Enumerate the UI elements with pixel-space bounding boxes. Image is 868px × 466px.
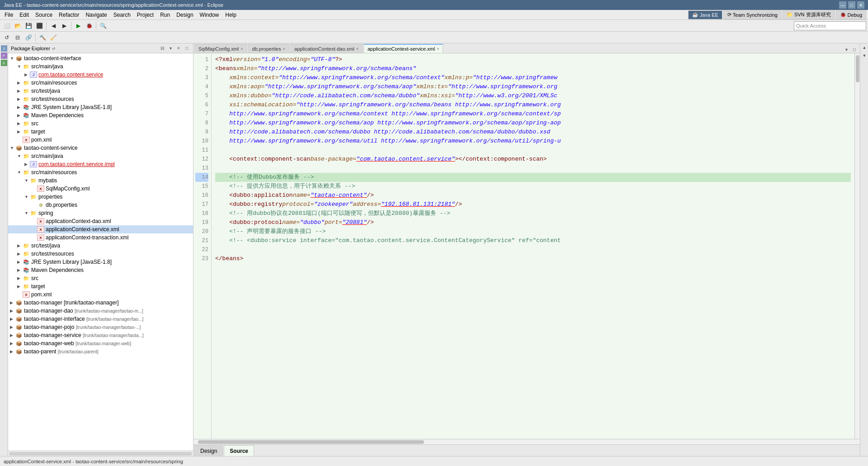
menu-project[interactable]: Project bbox=[134, 11, 156, 19]
tree-item-com-taotao-content-service-impl[interactable]: ▶ J com.taotao.content.service.impl bbox=[8, 160, 193, 168]
save-button[interactable]: 💾 bbox=[24, 21, 33, 31]
link-editor-button[interactable]: 🔗 bbox=[24, 33, 33, 43]
new-button[interactable]: ⬜ bbox=[2, 21, 12, 31]
menu-file[interactable]: File bbox=[2, 11, 16, 19]
menu-navigate[interactable]: Navigate bbox=[83, 11, 109, 19]
refresh-button[interactable]: ↺ bbox=[2, 33, 12, 43]
tab-sqlmapconfig[interactable]: SqlMapConfig.xml × bbox=[194, 44, 247, 53]
persp-icon-2[interactable]: P bbox=[1, 52, 7, 59]
tree-item-maven-2[interactable]: ▶ 📚 Maven Dependencies bbox=[8, 266, 193, 274]
maximize-button[interactable]: □ bbox=[848, 1, 855, 9]
tree-item-src-test-java-1[interactable]: ▶ 📁 src/test/java bbox=[8, 87, 193, 95]
tab-close-dao[interactable]: × bbox=[356, 47, 359, 51]
tree-item-taotao-content-service[interactable]: ▼ 📦 taotao-content-service bbox=[8, 144, 193, 152]
minimize-button[interactable]: — bbox=[839, 1, 846, 9]
tree-item-taotao-manager-pojo[interactable]: ▶ 📦 taotao-manager-pojo [trunk/taotao-ma… bbox=[8, 323, 193, 331]
menu-search[interactable]: Search bbox=[111, 11, 133, 19]
tree-item-appctx-dao[interactable]: ▶ X applicationContext-dao.xml bbox=[8, 217, 193, 225]
tree-item-pom-1[interactable]: ▶ X pom.xml bbox=[8, 136, 193, 144]
save-all-button[interactable]: ⬛ bbox=[34, 21, 44, 31]
pe-hscrollbar[interactable] bbox=[8, 451, 193, 456]
tree-item-src-main-java-2[interactable]: ▼ 📁 src/main/java bbox=[8, 152, 193, 160]
tab-close-db[interactable]: × bbox=[283, 47, 285, 51]
persp-icon-1[interactable]: J bbox=[1, 45, 7, 52]
tab-appctx-dao[interactable]: applicationContext-dao.xml × bbox=[290, 44, 363, 53]
tree-item-taotao-manager-dao[interactable]: ▶ 📦 taotao-manager-dao [trunk/taotao-man… bbox=[8, 307, 193, 315]
tree-item-spring[interactable]: ▼ 📁 spring bbox=[8, 209, 193, 217]
tree-item-properties[interactable]: ▼ 📁 properties bbox=[8, 193, 193, 201]
bottom-tab-source[interactable]: Source bbox=[224, 445, 254, 456]
tree-item-target-2[interactable]: ▶ 📁 target bbox=[8, 282, 193, 290]
clean-button[interactable]: 🧹 bbox=[48, 33, 58, 43]
tree-item-taotao-manager[interactable]: ▶ 📦 taotao-manager [trunk/taotao-manager… bbox=[8, 299, 193, 307]
perspective-svn[interactable]: 📁SVN 资源库研究 bbox=[783, 10, 835, 19]
tree-item-jre-1[interactable]: ▶ 📚 JRE System Library [JavaSE-1.8] bbox=[8, 103, 193, 111]
menu-refactor[interactable]: Refactor bbox=[56, 11, 82, 19]
tree-item-src-main-resources-2[interactable]: ▼ 📁 src/main/resources bbox=[8, 168, 193, 176]
pe-hscroll-thumb[interactable] bbox=[9, 452, 192, 456]
pe-maximize-btn[interactable]: □ bbox=[183, 45, 190, 52]
tree-item-src-test-java-2[interactable]: ▶ 📁 src/test/java bbox=[8, 242, 193, 250]
tree-item-taotao-manager-service[interactable]: ▶ 📦 taotao-manager-service [trunk/taotao… bbox=[8, 331, 193, 339]
quick-access-input[interactable]: Quick Access bbox=[794, 21, 866, 30]
tab-list-button[interactable]: ▾ bbox=[843, 46, 850, 53]
tree-item-taotao-manager-interface[interactable]: ▶ 📦 taotao-manager-interface [trunk/taot… bbox=[8, 315, 193, 323]
tree-item-appctx-service[interactable]: ▶ X applicationContext-service.xml bbox=[8, 225, 193, 233]
tree-item-taotao-content-interface[interactable]: ▼ 📦 taotao-content-interface bbox=[8, 54, 193, 62]
collapse-all-button[interactable]: ⊟ bbox=[13, 33, 23, 43]
right-btn-2[interactable]: ▼ bbox=[860, 52, 868, 60]
menu-design[interactable]: Design bbox=[174, 11, 196, 19]
menu-source[interactable]: Source bbox=[33, 11, 55, 19]
tree-arrow-7: ▶ bbox=[17, 105, 23, 109]
tree-item-maven-1[interactable]: ▶ 📚 Maven Dependencies bbox=[8, 111, 193, 119]
build-button[interactable]: 🔨 bbox=[38, 33, 47, 43]
tree-item-src-2[interactable]: ▶ 📁 src bbox=[8, 274, 193, 282]
vscroll-thumb[interactable] bbox=[856, 55, 859, 82]
tree-item-src-1[interactable]: ▶ 📁 src bbox=[8, 119, 193, 128]
back-button[interactable]: ◀ bbox=[48, 21, 58, 31]
tree-item-sqlmapconfig[interactable]: ▶ X SqlMapConfig.xml bbox=[8, 185, 193, 193]
pe-menu-btn[interactable]: ▾ bbox=[167, 45, 174, 52]
right-btn-1[interactable]: ▲ bbox=[860, 43, 868, 52]
tab-appctx-service[interactable]: applicationContext-service.xml × bbox=[363, 44, 443, 53]
open-button[interactable]: 📂 bbox=[13, 21, 23, 31]
persp-icon-3[interactable]: S bbox=[1, 60, 7, 66]
hscroll-thumb[interactable] bbox=[198, 440, 424, 444]
perspective-team-sync[interactable]: ⟳Team Synchronizing bbox=[723, 10, 782, 19]
tree-item-mybatis[interactable]: ▼ 📁 mybatis bbox=[8, 176, 193, 185]
search-button[interactable]: 🔍 bbox=[98, 21, 108, 31]
tree-item-target-1[interactable]: ▶ 📁 target bbox=[8, 128, 193, 136]
menu-window[interactable]: Window bbox=[197, 11, 222, 19]
tab-maximize-button[interactable]: □ bbox=[851, 46, 858, 53]
tree-item-taotao-parent[interactable]: ▶ 📦 taotao-parent [trunk/taotao-parent] bbox=[8, 347, 193, 356]
debug-button[interactable]: 🐞 bbox=[84, 21, 94, 31]
tree-item-com-taotao-content-service[interactable]: ▶ J com.taotao.content.service bbox=[8, 71, 193, 79]
menu-help[interactable]: Help bbox=[222, 11, 239, 19]
editor-vscrollbar[interactable] bbox=[854, 53, 860, 439]
menu-edit[interactable]: Edit bbox=[17, 11, 32, 19]
forward-button[interactable]: ▶ bbox=[59, 21, 69, 31]
close-button[interactable]: ✕ bbox=[857, 1, 864, 9]
pe-close-btn[interactable]: × bbox=[175, 45, 182, 52]
tree-item-src-main-java-1[interactable]: ▼ 📁 src/main/java bbox=[8, 62, 193, 71]
editor-hscrollbar[interactable] bbox=[193, 439, 860, 444]
code-editor[interactable]: 1 2 3 4 5 6 7 8 9 10 11 12 13 14 15 16 1 bbox=[193, 53, 860, 439]
menu-run[interactable]: Run bbox=[157, 11, 173, 19]
tree-item-src-test-resources-1[interactable]: ▶ 📁 src/test/resources bbox=[8, 95, 193, 103]
perspective-debug[interactable]: 🐞Debug bbox=[836, 10, 866, 19]
tab-close-service[interactable]: × bbox=[437, 47, 439, 51]
tree-item-appctx-tx[interactable]: ▶ X applicationContext-transaction.xml bbox=[8, 233, 193, 242]
run-button[interactable]: ▶ bbox=[73, 21, 83, 31]
tree-item-pom-2[interactable]: ▶ X pom.xml bbox=[8, 290, 193, 299]
tab-db-properties[interactable]: db.properties × bbox=[248, 44, 289, 53]
tab-close-sqlmapconfig[interactable]: × bbox=[241, 47, 243, 51]
pe-collapse-btn[interactable]: ⊟ bbox=[159, 45, 166, 52]
perspective-javaee[interactable]: ☕Java EE bbox=[688, 10, 722, 19]
tree-item-src-test-resources-2[interactable]: ▶ 📁 src/test/resources bbox=[8, 250, 193, 258]
tree-item-taotao-manager-web[interactable]: ▶ 📦 taotao-manager-web [trunk/taotao-man… bbox=[8, 339, 193, 347]
tree-item-db-properties[interactable]: ▶ ⚙ db.properties bbox=[8, 201, 193, 209]
code-content[interactable]: <?xml version="1.0" encoding="UTF-8"?> <… bbox=[212, 53, 854, 439]
bottom-tab-design[interactable]: Design bbox=[194, 445, 223, 456]
tree-item-jre-2[interactable]: ▶ 📚 JRE System Library [JavaSE-1.8] bbox=[8, 258, 193, 266]
tree-item-src-main-resources-1[interactable]: ▶ 📁 src/main/resources bbox=[8, 79, 193, 87]
